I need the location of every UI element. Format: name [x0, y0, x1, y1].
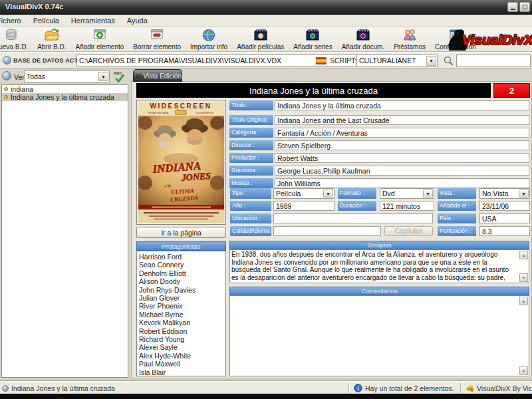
- item-bullet-icon: [4, 87, 8, 91]
- scroll-up-icon[interactable]: ▲: [519, 251, 528, 259]
- director-input[interactable]: [275, 140, 529, 150]
- add-movies-button[interactable]: Añadir películas: [232, 27, 289, 51]
- add-element-icon: [92, 28, 107, 43]
- add-series-button[interactable]: Añadir series: [289, 27, 336, 51]
- status-bar: Indiana Jones y la última cruzada i Hay …: [0, 381, 532, 394]
- script-select[interactable]: CULTURALIANET ▼: [356, 55, 438, 67]
- menu-ayuda[interactable]: Ayuda: [121, 15, 154, 26]
- comentarios-textarea[interactable]: [231, 297, 517, 375]
- comentarios-box: ▲ ▼: [229, 295, 529, 376]
- status-selected-item: Indiana Jones y la última cruzada: [11, 384, 115, 392]
- field-label-categoria: Categoría :: [229, 128, 273, 138]
- new-db-button[interactable]: Nueva B.D.: [0, 27, 33, 51]
- sinopsis-header: Sinopsis: [229, 241, 529, 249]
- database-status-icon: [3, 56, 11, 65]
- item-bullet-icon: [4, 95, 8, 99]
- anadida-el-input[interactable]: [479, 201, 530, 211]
- view-filter-select[interactable]: Todas ▼: [24, 70, 110, 82]
- tree-item-selected[interactable]: Indiana Jones y la última cruzada: [2, 93, 128, 101]
- goto-page-button[interactable]: Ir a la página: [136, 227, 226, 238]
- globe-icon: [201, 28, 216, 43]
- menu-pelicula[interactable]: Película: [27, 15, 65, 26]
- visualdivx-mini-logo-icon: [466, 384, 475, 392]
- cast-header: Protagonistas: [136, 241, 226, 251]
- status-separator: [348, 383, 349, 392]
- comentarios-header: Comentarios: [229, 287, 529, 295]
- scroll-up-icon[interactable]: ▲: [519, 297, 528, 305]
- add-element-button[interactable]: Añadir elemento: [70, 27, 128, 51]
- field-label-anadida-el: Añadida el :: [438, 201, 476, 211]
- svg-text:WIDESCREEN: WIDESCREEN: [150, 102, 212, 110]
- database-bar: BASE DE DATOS ACTUAL : SCRIPT: CULTURALI…: [0, 52, 532, 68]
- tipo-select[interactable]: Película ▼: [273, 188, 334, 199]
- titulo-original-input[interactable]: [275, 115, 529, 125]
- ubicacion-input[interactable]: [273, 213, 433, 223]
- search-input[interactable]: [456, 55, 531, 67]
- chevron-down-icon: ▼: [519, 190, 529, 198]
- menu-fichero[interactable]: Fichero: [0, 15, 27, 26]
- svg-text:i: i: [357, 385, 359, 392]
- chevron-down-icon: ▼: [423, 190, 433, 198]
- scroll-down-icon[interactable]: ▼: [519, 366, 528, 375]
- field-label-puntuacion: Puntuación :: [438, 226, 476, 236]
- chevron-down-icon: ▼: [323, 190, 333, 198]
- duracion-input[interactable]: [380, 201, 434, 211]
- minimize-button[interactable]: [507, 2, 518, 12]
- search-icon[interactable]: [443, 55, 454, 66]
- clapperboard-red-icon: [356, 28, 370, 43]
- categoria-input[interactable]: [275, 128, 529, 138]
- formato-select[interactable]: Dvd ▼: [380, 188, 434, 199]
- field-label-productor: Productor :: [229, 153, 273, 163]
- capitulos-button[interactable]: Capítulos: [384, 226, 433, 236]
- scroll-down-icon[interactable]: ▼: [519, 273, 528, 282]
- chevron-down-icon: ▼: [426, 56, 436, 66]
- guionista-input[interactable]: [275, 166, 529, 176]
- field-label-duracion: Duración :: [338, 201, 376, 211]
- cast-listbox[interactable]: Harrison Ford Sean Connery Denholm Ellio…: [136, 251, 226, 376]
- spellcheck-icon[interactable]: ABC: [112, 70, 127, 82]
- field-label-guionista: Guionista :: [229, 166, 273, 176]
- titulo-input[interactable]: [275, 100, 529, 110]
- delete-element-icon: [150, 28, 164, 43]
- productor-input[interactable]: [275, 153, 529, 163]
- people-icon: [402, 28, 417, 43]
- field-label-titulo: Título :: [229, 100, 273, 110]
- anio-input[interactable]: [273, 201, 334, 211]
- poster-artwork: WIDESCREEN REMASTERIZADA DIGITALMENTE IN…: [138, 102, 224, 223]
- sinopsis-textarea[interactable]: En 1938, dos años después de encontrar e…: [231, 251, 517, 282]
- clapperboard-yellow-icon: [253, 28, 268, 43]
- tab-vista-edicion[interactable]: Vista Edición: [133, 69, 182, 82]
- svg-text:REMASTERIZADA: REMASTERIZADA: [148, 112, 169, 114]
- puntuacion-input[interactable]: [479, 226, 530, 236]
- field-label-ubicacion: Ubicación :: [230, 213, 271, 223]
- svg-text:y la: y la: [164, 183, 172, 188]
- status-separator: [460, 383, 461, 392]
- calidad-idioma-input[interactable]: [273, 226, 381, 236]
- app-logo: VisualDivX: [444, 27, 532, 51]
- title-bar: VisualDivX 0.74c: [0, 0, 532, 15]
- pais-input[interactable]: [479, 213, 530, 223]
- field-label-calidad-idioma: Calidad/Idioma :: [230, 226, 271, 236]
- menu-herramientas[interactable]: Herramientas: [65, 15, 121, 26]
- view-filter-icon: [2, 71, 11, 80]
- status-total-info: Hay un total de 2 elementos.: [365, 384, 454, 392]
- vista-select[interactable]: No Vista ▼: [479, 188, 530, 199]
- add-documentary-button[interactable]: Añadir docum.: [337, 27, 389, 51]
- delete-element-button[interactable]: Borrar elemento: [128, 27, 186, 51]
- info-icon: i: [354, 384, 362, 392]
- field-label-anio: Año :: [230, 201, 271, 211]
- musica-input[interactable]: [275, 178, 529, 188]
- status-credit: VisualDivX By Vicente Ri: [477, 384, 532, 392]
- import-info-button[interactable]: Importar info: [186, 27, 232, 51]
- database-icon: [4, 28, 19, 43]
- field-label-director: Director :: [229, 140, 273, 150]
- open-db-button[interactable]: Abrir B.D.: [33, 27, 70, 51]
- movie-poster: WIDESCREEN REMASTERIZADA DIGITALMENTE IN…: [136, 100, 226, 225]
- window-title: VisualDivX 0.74c: [5, 3, 63, 11]
- maximize-button[interactable]: [519, 2, 530, 12]
- loans-button[interactable]: Préstamos: [389, 27, 430, 51]
- record-count-badge: 2: [493, 83, 530, 98]
- script-label: SCRIPT:: [330, 57, 356, 65]
- tree-item[interactable]: indiana: [2, 85, 128, 93]
- clapperboard-gray-icon: [136, 72, 141, 80]
